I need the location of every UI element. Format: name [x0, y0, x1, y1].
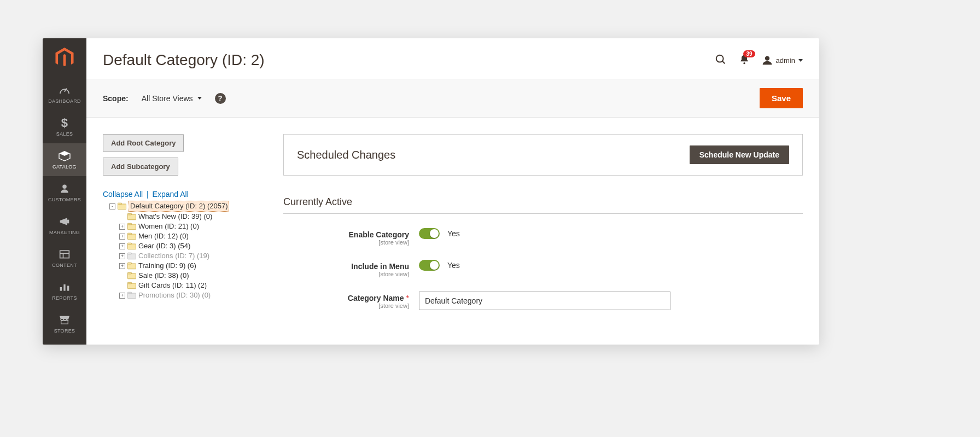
tree-node-label: Men (ID: 12) (0): [138, 231, 189, 241]
expand-icon[interactable]: +: [119, 224, 125, 230]
header-actions: 39 admin: [715, 54, 803, 67]
svg-rect-30: [127, 283, 136, 289]
columns: Add Root Category Add Subcategory Collap…: [86, 118, 819, 324]
scope-label: Scope:: [103, 94, 129, 103]
expand-icon[interactable]: +: [119, 253, 125, 259]
enable-category-toggle[interactable]: [419, 228, 440, 239]
svg-rect-26: [127, 264, 136, 269]
nav-dashboard[interactable]: DASHBOARD: [43, 78, 86, 110]
tree-spacer: [119, 214, 125, 220]
include-in-menu-row: Include in Menu [store view] Yes: [283, 260, 803, 277]
svg-rect-6: [60, 287, 62, 291]
expand-icon[interactable]: +: [119, 243, 125, 249]
collapse-all-link[interactable]: Collapse All: [103, 190, 143, 199]
svg-rect-18: [127, 224, 136, 230]
svg-rect-14: [118, 204, 126, 209]
tree-node[interactable]: -Default Category (ID: 2) (2057): [103, 201, 283, 212]
stores-icon: [59, 314, 71, 326]
scope-select[interactable]: All Store Views: [142, 94, 202, 103]
tree-spacer: [119, 273, 125, 279]
nav-content[interactable]: CONTENT: [43, 242, 86, 275]
tree-node[interactable]: +Collections (ID: 7) (19): [103, 251, 283, 261]
svg-rect-31: [127, 282, 131, 284]
category-name-label: Category Name: [348, 294, 404, 302]
tree-node-label: Collections (ID: 7) (19): [138, 251, 209, 261]
customers-icon: [59, 183, 71, 195]
svg-rect-22: [127, 244, 136, 249]
category-name-row: Category Name* [store view]: [283, 292, 803, 310]
tree-node[interactable]: +Women (ID: 21) (0): [103, 222, 283, 231]
scope-hint: [store view]: [283, 271, 409, 277]
nav-catalog[interactable]: CATALOG: [43, 143, 86, 176]
category-name-input[interactable]: [419, 292, 670, 310]
expand-all-link[interactable]: Expand All: [153, 190, 189, 199]
user-menu[interactable]: admin: [762, 55, 803, 66]
svg-rect-17: [127, 213, 131, 215]
user-name: admin: [776, 56, 795, 65]
tree-node-label: Promotions (ID: 30) (0): [138, 290, 211, 300]
enable-category-value: Yes: [447, 229, 460, 238]
svg-line-11: [722, 61, 725, 63]
main-content: Default Category (ID: 2) 39: [86, 38, 819, 345]
collapse-icon[interactable]: -: [109, 203, 115, 209]
svg-rect-24: [127, 254, 136, 259]
tree-node[interactable]: Sale (ID: 38) (0): [103, 271, 283, 281]
tree-node[interactable]: +Gear (ID: 3) (54): [103, 241, 283, 251]
notifications-icon[interactable]: 39: [739, 54, 750, 67]
dashboard-icon: [59, 84, 71, 96]
svg-rect-9: [61, 321, 68, 324]
svg-point-10: [716, 55, 723, 62]
required-indicator: *: [406, 294, 409, 302]
tree-node[interactable]: +Training (ID: 9) (6): [103, 261, 283, 271]
admin-sidebar: DASHBOARD$SALESCATALOGCUSTOMERSMARKETING…: [43, 38, 86, 345]
currently-active-title: Currently Active: [283, 196, 803, 214]
help-icon[interactable]: ?: [215, 93, 226, 104]
tree-spacer: [119, 283, 125, 289]
page-title: Default Category (ID: 2): [103, 51, 265, 69]
expand-icon[interactable]: +: [119, 263, 125, 269]
save-button[interactable]: Save: [760, 88, 803, 108]
expand-icon[interactable]: +: [119, 293, 125, 299]
tree-node[interactable]: +Promotions (ID: 30) (0): [103, 290, 283, 300]
scope-bar: Scope: All Store Views ? Save: [86, 79, 819, 118]
svg-point-13: [765, 56, 769, 61]
chevron-down-icon: [197, 97, 202, 100]
tree-node-label: Training (ID: 9) (6): [138, 261, 196, 271]
svg-rect-23: [127, 243, 131, 244]
admin-app: DASHBOARD$SALESCATALOGCUSTOMERSMARKETING…: [43, 38, 819, 345]
schedule-new-update-button[interactable]: Schedule New Update: [690, 145, 789, 164]
magento-logo-icon: [55, 48, 74, 68]
enable-category-label: Enable Category: [349, 230, 409, 239]
magento-logo[interactable]: [43, 38, 86, 78]
category-form-column: Scheduled Changes Schedule New Update Cu…: [283, 134, 803, 324]
scope-hint: [store view]: [283, 302, 409, 309]
nav-customers[interactable]: CUSTOMERS: [43, 176, 86, 209]
include-in-menu-value: Yes: [447, 261, 460, 270]
tree-node-label: Sale (ID: 38) (0): [138, 271, 189, 281]
add-root-category-button[interactable]: Add Root Category: [103, 134, 184, 152]
tree-node[interactable]: What's New (ID: 39) (0): [103, 212, 283, 222]
svg-point-12: [743, 62, 745, 64]
nav-marketing[interactable]: MARKETING: [43, 209, 86, 242]
scheduled-changes-panel: Scheduled Changes Schedule New Update: [283, 134, 803, 176]
add-subcategory-button[interactable]: Add Subcategory: [103, 158, 178, 176]
search-icon[interactable]: [715, 54, 727, 67]
svg-rect-20: [127, 234, 136, 240]
marketing-icon: [59, 215, 71, 228]
nav-reports[interactable]: REPORTS: [43, 275, 86, 307]
tree-node-label: Gift Cards (ID: 11) (2): [138, 281, 207, 290]
notifications-badge: 39: [743, 50, 755, 57]
svg-rect-33: [127, 292, 131, 294]
user-icon: [762, 55, 773, 66]
svg-rect-16: [127, 214, 136, 220]
svg-rect-27: [127, 263, 131, 264]
tree-node[interactable]: Gift Cards (ID: 11) (2): [103, 281, 283, 290]
tree-node[interactable]: +Men (ID: 12) (0): [103, 231, 283, 241]
expand-icon[interactable]: +: [119, 234, 125, 240]
svg-point-1: [62, 185, 67, 189]
svg-rect-3: [60, 250, 69, 258]
nav-sales[interactable]: $SALES: [43, 110, 86, 143]
scope-hint: [store view]: [283, 239, 409, 246]
include-in-menu-toggle[interactable]: [419, 260, 440, 271]
nav-stores[interactable]: STORES: [43, 307, 86, 340]
